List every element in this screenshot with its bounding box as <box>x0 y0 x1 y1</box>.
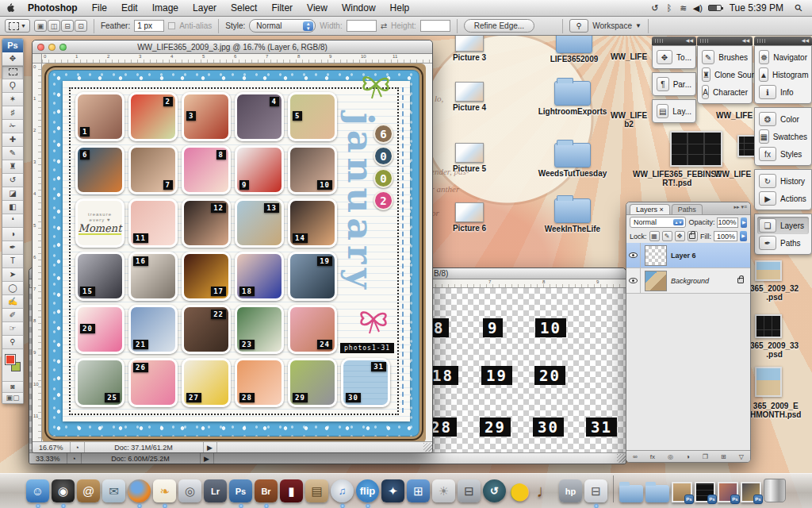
doc1-status-arrow[interactable]: ▶ <box>204 442 217 452</box>
volume-icon[interactable]: ◀) <box>691 3 705 13</box>
fill-stepper[interactable]: ▶ <box>740 231 747 241</box>
desktop-psd-label[interactable]: 365_2009_32 .psd <box>750 284 799 302</box>
layer-mask-icon[interactable]: ◎ <box>668 453 673 460</box>
dock-itunes[interactable]: ♫ <box>331 479 354 502</box>
dock-photoshop[interactable]: Ps <box>229 479 252 502</box>
menu-filter[interactable]: Filter <box>264 2 300 13</box>
dock-psd-file-2[interactable]: Ps <box>695 482 715 502</box>
desktop-psd-label[interactable]: WW_LIFE <box>611 52 647 61</box>
desktop-psd-label[interactable]: WW_LIFE <box>714 170 751 179</box>
tool-blur[interactable]: ❛ <box>2 214 23 228</box>
desktop-folder-lightroomexports[interactable]: LightroomExports <box>528 81 617 116</box>
desktop-file-picture-6[interactable]: Picture 6 <box>436 202 503 233</box>
lock-transparency-button[interactable]: ▦ <box>649 231 660 241</box>
new-layer-icon[interactable]: ⊞ <box>721 453 726 460</box>
menu-select[interactable]: Select <box>224 2 264 13</box>
selection-new-button[interactable]: ▣ <box>34 20 47 32</box>
toolbox-ps-logo[interactable]: Ps <box>2 39 23 52</box>
menu-view[interactable]: View <box>300 2 335 13</box>
layer-style-icon[interactable]: fx <box>650 453 655 460</box>
psd-file-icon[interactable] <box>755 260 782 281</box>
palette-button-par[interactable]: ¶Par... <box>655 75 693 93</box>
dock-hp-photosmart[interactable]: ☀ <box>432 479 455 502</box>
tool-zoom[interactable]: ⚲ <box>2 336 23 349</box>
palette-button-character[interactable]: ACharacter <box>700 83 749 101</box>
fill-field[interactable]: 100% <box>714 231 737 241</box>
palette-button-actions[interactable]: ▶Actions <box>757 190 809 207</box>
visibility-toggle[interactable] <box>626 268 641 293</box>
tool-clone-stamp[interactable]: ♜ <box>2 160 23 174</box>
palette-button-styles[interactable]: fxStyles <box>757 145 809 163</box>
adjustment-layer-icon[interactable]: ◑ <box>686 453 690 460</box>
tool-preset-button[interactable]: ▼ <box>5 19 30 33</box>
menu-edit[interactable]: Edit <box>114 2 145 13</box>
selection-intersect-button[interactable]: ⊡ <box>75 20 87 32</box>
palette-button-lay[interactable]: ▤Lay... <box>655 102 693 120</box>
dock-dashboard[interactable]: ◉ <box>52 479 75 502</box>
dock-printer[interactable]: ⊟ <box>584 479 607 502</box>
palette-button-clonesource[interactable]: ♜Clone Source <box>700 66 749 83</box>
antialias-checkbox[interactable] <box>168 22 175 29</box>
document-window-main[interactable]: WW_LIFE365_2009_3.jpg @ 16.7% (Layer 6, … <box>32 40 433 453</box>
tool-dodge[interactable]: ◑ <box>2 228 23 241</box>
opacity-stepper[interactable]: ▶ <box>741 217 747 228</box>
feather-input[interactable] <box>134 20 164 32</box>
menu-image[interactable]: Image <box>145 2 186 13</box>
foreground-color-swatch[interactable] <box>5 354 16 365</box>
desktop-psd-label[interactable]: WW_LIFE b2 <box>611 111 647 129</box>
dock-lightroom[interactable]: Lr <box>204 479 227 502</box>
dock-trash[interactable] <box>764 479 786 502</box>
dock-stack-folder-1[interactable] <box>619 485 643 502</box>
tool-healing-brush[interactable]: ✚ <box>2 133 23 147</box>
opacity-field[interactable]: 100% <box>717 217 738 228</box>
dock-mail[interactable]: ✉ <box>102 479 125 502</box>
tool-type[interactable]: T <box>2 255 23 268</box>
apple-menu-icon[interactable] <box>0 2 21 15</box>
desktop-psd-label[interactable]: 365_2009_33 .psd <box>750 341 799 359</box>
tab-paths[interactable]: Paths <box>672 204 703 214</box>
delete-layer-icon[interactable]: ▽ <box>739 453 744 460</box>
palette-header[interactable] <box>754 37 812 45</box>
visibility-toggle[interactable] <box>626 243 641 267</box>
tool-notes[interactable]: ✍ <box>2 295 23 309</box>
palette-button-info[interactable]: ℹInfo <box>757 83 809 101</box>
menu-window[interactable]: Window <box>335 2 383 13</box>
dock-collage[interactable]: ▤ <box>305 479 328 502</box>
quick-mask-button[interactable]: ◙ <box>2 381 23 392</box>
desktop-folder-weedstuttuesday[interactable]: WeedsTutTuesday <box>528 143 617 178</box>
desktop-psd-label[interactable]: WW_LIFE <box>716 111 753 120</box>
dock-bridge[interactable]: Br <box>255 479 278 502</box>
doc2-resize-grip[interactable] <box>617 454 626 463</box>
psd-file-icon[interactable] <box>755 367 782 397</box>
doc1-titlebar[interactable]: WW_LIFE365_2009_3.jpg @ 16.7% (Layer 6, … <box>33 40 432 54</box>
palette-button-color[interactable]: ❂Color <box>757 110 809 128</box>
time-machine-icon[interactable]: ↺ <box>648 3 662 13</box>
refine-edge-button[interactable]: Refine Edge... <box>464 19 534 33</box>
dock-spaces[interactable]: ⊞ <box>407 479 430 502</box>
layer-name[interactable]: Background <box>671 277 709 285</box>
tool-eraser[interactable]: ◪ <box>2 187 23 201</box>
workspace-dropdown[interactable]: Workspace▼ <box>592 21 642 30</box>
wifi-icon[interactable]: ≋ <box>676 3 691 13</box>
doc1-zoom-level[interactable]: 16.67% <box>33 442 71 452</box>
spotlight-icon[interactable]: ⚲ <box>790 0 808 17</box>
palette-button-paths[interactable]: ✒Paths <box>757 234 809 252</box>
style-select[interactable]: Normal▲▼ <box>249 19 316 33</box>
palette-button-layers[interactable]: ❏Layers <box>757 217 809 234</box>
tool-crop[interactable]: ♯ <box>2 106 23 120</box>
dock-stack-folder-2[interactable] <box>645 485 669 502</box>
layer-row-background[interactable]: Background <box>626 268 750 294</box>
doc1-resize-grip[interactable] <box>423 443 432 452</box>
screen-mode-button[interactable]: ▣▢ <box>2 392 23 403</box>
layer-row-layer-6[interactable]: Layer 6 <box>626 243 750 268</box>
lock-pixels-button[interactable]: ✎ <box>662 231 672 241</box>
dock-psd-file-1[interactable]: Ps <box>672 482 692 502</box>
desktop-psd-label[interactable]: 365_2009_E HMONTH.psd <box>750 402 801 419</box>
lock-position-button[interactable]: ✥ <box>675 231 685 241</box>
tool-slice[interactable]: ✁ <box>2 120 23 133</box>
doc1-canvas[interactable]: january 6002 photos1-31 12345678910treas… <box>42 64 432 441</box>
tool-lasso[interactable]: Ϙ <box>2 79 23 93</box>
dock-scanner[interactable]: ⊟ <box>458 479 481 502</box>
blend-mode-select[interactable]: Normal <box>630 217 686 228</box>
tool-shape[interactable]: ◯ <box>2 282 23 295</box>
